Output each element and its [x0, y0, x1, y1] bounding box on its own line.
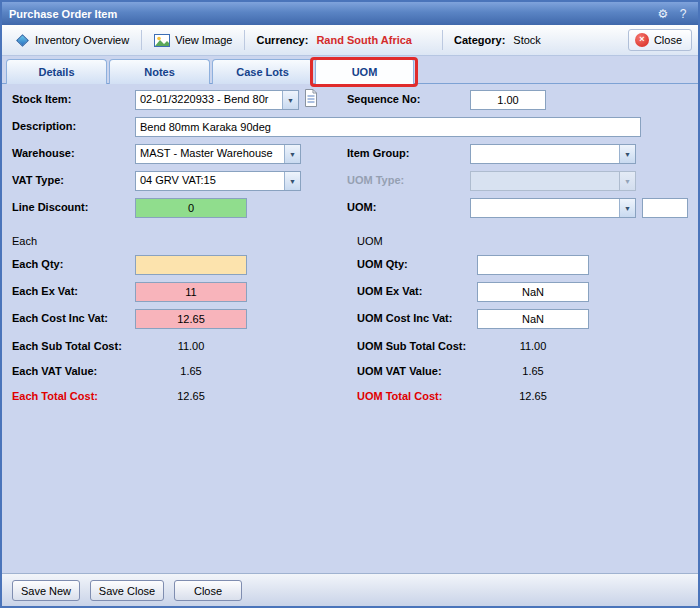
tab-notes-label: Notes — [144, 66, 175, 78]
each-total-cost-value: 12.65 — [135, 390, 247, 402]
currency-label: Currency: — [256, 34, 308, 46]
document-copy-icon[interactable] — [304, 89, 318, 107]
uom-ex-vat-label: UOM Ex Vat: — [357, 285, 422, 297]
tab-uom[interactable]: UOM — [315, 58, 414, 84]
tab-details[interactable]: Details — [6, 59, 107, 84]
warehouse-value: MAST - Master Warehouse — [136, 145, 284, 163]
toolbar-separator — [442, 30, 443, 50]
footer-bar: Save New Save Close Close — [2, 573, 698, 606]
purchase-order-item-window: Purchase Order Item ⚙ ? Inventory Overvi… — [0, 0, 700, 608]
uom-extra-input[interactable] — [642, 198, 688, 218]
stock-item-label: Stock Item: — [12, 93, 71, 105]
tab-case-lots[interactable]: Case Lots — [212, 59, 313, 84]
inventory-overview-label: Inventory Overview — [35, 34, 129, 46]
uom-type-label: UOM Type: — [347, 174, 404, 186]
each-sub-total-label: Each Sub Total Cost: — [12, 340, 122, 352]
category-label: Category: — [454, 34, 505, 46]
each-cost-inc-vat-label: Each Cost Inc Vat: — [12, 312, 108, 324]
each-vat-value-value: 1.65 — [135, 365, 247, 377]
each-qty-input[interactable] — [135, 255, 247, 275]
tabstrip: Details Notes Case Lots UOM — [2, 57, 698, 84]
line-discount-label: Line Discount: — [12, 201, 88, 213]
each-qty-label: Each Qty: — [12, 258, 63, 270]
uom-section-header: UOM — [357, 235, 383, 247]
toolbar-separator — [141, 30, 142, 50]
description-label: Description: — [12, 120, 76, 132]
toolbar: Inventory Overview View Image Currency: … — [2, 25, 698, 56]
save-close-button[interactable]: Save Close — [90, 580, 164, 601]
window-title: Purchase Order Item — [9, 8, 651, 20]
uom-total-cost-label: UOM Total Cost: — [357, 390, 442, 402]
vat-type-combo[interactable]: 04 GRV VAT:15 ▼ — [135, 171, 301, 191]
dropdown-arrow-icon[interactable]: ▼ — [619, 199, 635, 217]
dropdown-arrow-icon[interactable]: ▼ — [282, 91, 298, 109]
uom-vat-value-value: 1.65 — [477, 365, 589, 377]
uom-cost-inc-vat-label: UOM Cost Inc Vat: — [357, 312, 452, 324]
tab-case-lots-label: Case Lots — [236, 66, 289, 78]
each-total-cost-label: Each Total Cost: — [12, 390, 98, 402]
uom-ex-vat-input[interactable] — [477, 282, 589, 302]
uom-total-cost-value: 12.65 — [477, 390, 589, 402]
close-button-footer[interactable]: Close — [174, 580, 242, 601]
sequence-no-label: Sequence No: — [347, 93, 420, 105]
item-group-combo[interactable]: ▼ — [470, 144, 636, 164]
vat-type-label: VAT Type: — [12, 174, 64, 186]
close-label: Close — [654, 34, 682, 46]
uom-type-combo: ▼ — [470, 171, 636, 191]
uom-label: UOM: — [347, 201, 376, 213]
dropdown-arrow-icon[interactable]: ▼ — [284, 172, 300, 190]
uom-sub-total-value: 11.00 — [477, 340, 589, 352]
stock-item-combo[interactable]: 02-01/3220933 - Bend 80r ▼ — [135, 90, 299, 110]
close-icon: × — [635, 33, 649, 47]
description-input[interactable] — [135, 117, 641, 137]
vat-type-value: 04 GRV VAT:15 — [136, 172, 284, 190]
uom-sub-total-label: UOM Sub Total Cost: — [357, 340, 466, 352]
each-section-header: Each — [12, 235, 37, 247]
toolbar-separator — [244, 30, 245, 50]
item-group-value — [471, 145, 619, 163]
dropdown-arrow-icon[interactable]: ▼ — [619, 145, 635, 163]
dropdown-arrow-icon: ▼ — [619, 172, 635, 190]
tab-uom-label: UOM — [352, 66, 378, 78]
dropdown-arrow-icon[interactable]: ▼ — [284, 145, 300, 163]
save-new-button[interactable]: Save New — [12, 580, 80, 601]
each-ex-vat-input[interactable] — [135, 282, 247, 302]
warehouse-label: Warehouse: — [12, 147, 75, 159]
stock-item-value: 02-01/3220933 - Bend 80r — [136, 91, 282, 109]
uom-type-value — [471, 172, 619, 190]
gear-icon[interactable]: ⚙ — [655, 6, 671, 22]
uom-combo[interactable]: ▼ — [470, 198, 636, 218]
tab-details-label: Details — [38, 66, 74, 78]
uom-qty-label: UOM Qty: — [357, 258, 408, 270]
each-ex-vat-label: Each Ex Vat: — [12, 285, 78, 297]
view-image-label: View Image — [175, 34, 232, 46]
close-button-toolbar[interactable]: × Close — [628, 29, 692, 51]
each-sub-total-value: 11.00 — [135, 340, 247, 352]
uom-qty-input[interactable] — [477, 255, 589, 275]
uom-vat-value-label: UOM VAT Value: — [357, 365, 442, 377]
image-icon — [154, 34, 170, 47]
inventory-diamond-icon — [16, 34, 29, 47]
warehouse-combo[interactable]: MAST - Master Warehouse ▼ — [135, 144, 301, 164]
each-cost-inc-vat-input[interactable] — [135, 309, 247, 329]
view-image-button[interactable]: View Image — [147, 31, 239, 50]
titlebar: Purchase Order Item ⚙ ? — [2, 2, 698, 25]
sequence-no-input[interactable] — [470, 90, 546, 110]
category-value: Stock — [513, 34, 541, 46]
currency-value: Rand South Africa — [316, 34, 412, 46]
uom-value — [471, 199, 619, 217]
tab-notes[interactable]: Notes — [109, 59, 210, 84]
help-icon[interactable]: ? — [675, 6, 691, 22]
inventory-overview-button[interactable]: Inventory Overview — [8, 31, 136, 49]
line-discount-input[interactable] — [135, 198, 247, 218]
each-vat-value-label: Each VAT Value: — [12, 365, 97, 377]
uom-cost-inc-vat-input[interactable] — [477, 309, 589, 329]
item-group-label: Item Group: — [347, 147, 409, 159]
